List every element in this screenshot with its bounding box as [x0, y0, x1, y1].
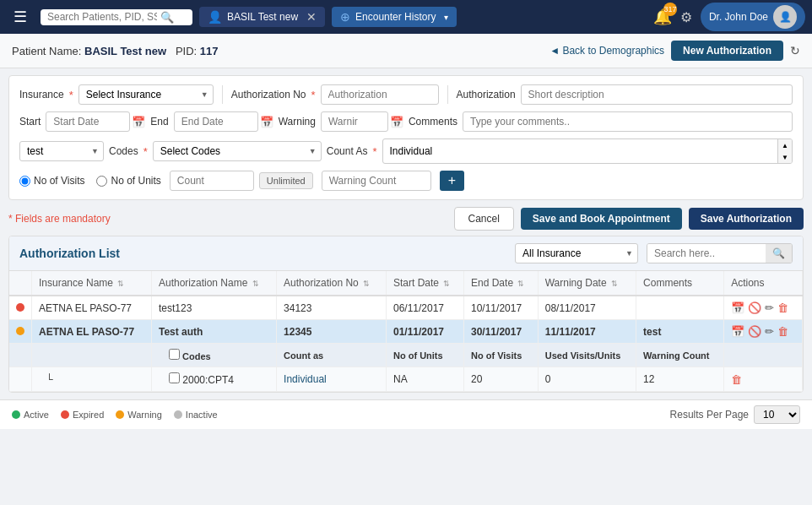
- row2-calendar-icon[interactable]: 📅: [731, 325, 744, 338]
- unlimited-label: Unlimited: [259, 172, 313, 189]
- start-calendar-icon[interactable]: 📅: [132, 116, 145, 128]
- cancel-button[interactable]: Cancel: [454, 207, 514, 231]
- add-code-button[interactable]: +: [440, 171, 464, 191]
- start-label: Start: [19, 116, 41, 128]
- auth-no-input[interactable]: [321, 84, 439, 105]
- auth-list-search-icon[interactable]: 🔍: [766, 244, 792, 263]
- col-end-date: End Date ⇅: [464, 271, 539, 296]
- end-label: End: [150, 116, 168, 128]
- sub-codes-checkbox[interactable]: [169, 349, 180, 360]
- results-per-page-select[interactable]: 10 25 50 100: [754, 405, 800, 424]
- row1-auth-no: 34123: [277, 296, 387, 320]
- row2-comments: test: [636, 320, 724, 344]
- start-date-input[interactable]: [46, 111, 130, 132]
- sub-row-checkbox[interactable]: [169, 372, 180, 383]
- auth-list-search-input[interactable]: [647, 244, 766, 263]
- save-authorization-button[interactable]: Save Authorization: [689, 208, 804, 230]
- hamburger-menu-button[interactable]: ☰: [7, 4, 34, 30]
- save-and-book-button[interactable]: Save and Book Appointment: [521, 208, 682, 230]
- notifications-badge: 317: [663, 3, 677, 16]
- sub-delete-icon[interactable]: 🗑: [731, 373, 742, 386]
- row2-delete-icon[interactable]: 🗑: [777, 325, 788, 338]
- warning-count-input[interactable]: [322, 171, 431, 191]
- avatar: 👤: [773, 5, 797, 29]
- tab-encounter-dropdown-icon[interactable]: ▾: [444, 13, 448, 22]
- comments-label: Comments: [409, 116, 457, 128]
- row1-delete-icon[interactable]: 🗑: [777, 301, 788, 314]
- legend-expired: Expired: [61, 410, 104, 420]
- sub-col-count-as: Count as: [277, 344, 387, 367]
- insurance-filter-select[interactable]: All Insurance AETNA EL PASO-77: [515, 243, 638, 263]
- sub-col-used: Used Visits/Units: [538, 344, 636, 367]
- sub-delete-cell: 🗑: [724, 367, 803, 392]
- patient-actions: ◄ Back to Demographics New Authorization…: [549, 41, 800, 61]
- codes-label: Codes: [109, 145, 138, 157]
- row1-warning: 08/11/2017: [538, 296, 636, 320]
- authorization-list-section: Authorization List All Insurance AETNA E…: [8, 236, 804, 393]
- legend-inactive-dot: [174, 410, 182, 419]
- row1-auth-name: test123: [151, 296, 276, 320]
- top-navigation: ☰ 🔍 👤 BASIL Test new ✕ ⊕ Encounter Histo…: [0, 0, 812, 34]
- no-of-units-radio[interactable]: No of Units: [96, 175, 160, 187]
- refresh-button[interactable]: ↻: [790, 44, 800, 57]
- status-dot-expired: [16, 303, 24, 312]
- sub-col-codes: Codes: [151, 344, 276, 367]
- count-input-wrap: Unlimited: [170, 171, 313, 191]
- row2-status: [9, 320, 32, 344]
- end-calendar-icon[interactable]: 📅: [260, 116, 273, 128]
- codes-select[interactable]: Select Codes: [153, 141, 322, 161]
- row2-ins-name: AETNA EL PASO-77: [32, 320, 152, 344]
- row1-block-icon[interactable]: 🚫: [748, 301, 761, 314]
- comments-input[interactable]: [463, 111, 793, 132]
- authorization-form: Insurance * Select Insurance Authorizati…: [8, 75, 804, 200]
- tab-patient[interactable]: 👤 BASIL Test new ✕: [199, 7, 325, 27]
- codes-select-wrap: Select Codes: [153, 141, 322, 161]
- tab-patient-label: BASIL Test new: [227, 11, 298, 23]
- row1-end: 10/11/2017: [464, 296, 539, 320]
- user-menu-button[interactable]: Dr. John Doe 👤: [701, 3, 805, 31]
- warning-date-input[interactable]: [321, 111, 388, 132]
- pid-label: PID:: [176, 45, 197, 57]
- new-authorization-button[interactable]: New Authorization: [671, 41, 783, 61]
- sub-count-as-value: Individual: [277, 367, 387, 392]
- auth-list-title: Authorization List: [19, 247, 506, 260]
- sub-col-no-visits: No of Visits: [464, 344, 539, 367]
- sub-codes-value: 2000:CPT4: [151, 367, 276, 392]
- row2-actions: 📅 🚫 ✏ 🗑: [724, 320, 803, 344]
- search-icon[interactable]: 🔍: [160, 11, 174, 24]
- authorization-table: Insurance Name ⇅ Authorization Name ⇅ Au…: [9, 271, 803, 392]
- start-date-wrap: 📅: [46, 111, 145, 132]
- search-input[interactable]: [47, 11, 157, 23]
- legend-warning: Warning: [116, 410, 162, 420]
- form-row-2: Start 📅 End 📅 Warning 📅 Comments: [19, 111, 793, 132]
- auth-desc-input[interactable]: [521, 84, 793, 105]
- count-as-input[interactable]: [383, 142, 778, 160]
- form-row-4: No of Visits No of Units Unlimited +: [19, 171, 793, 191]
- results-per-page-section: Results Per Page 10 25 50 100: [670, 405, 800, 424]
- warning-calendar-icon[interactable]: 📅: [390, 116, 403, 128]
- settings-button[interactable]: ⚙: [680, 9, 692, 25]
- col-auth-name: Authorization Name ⇅: [151, 271, 276, 296]
- end-date-input[interactable]: [174, 111, 258, 132]
- back-to-demographics-link[interactable]: ◄ Back to Demographics: [549, 45, 664, 57]
- legend-active: Active: [12, 410, 49, 420]
- row1-start: 06/11/2017: [386, 296, 463, 320]
- notifications-button[interactable]: 🔔 317: [653, 8, 672, 26]
- count-as-down-button[interactable]: ▼: [778, 151, 792, 163]
- row2-auth-no: 12345: [277, 320, 387, 344]
- no-of-visits-radio[interactable]: No of Visits: [19, 175, 84, 187]
- row1-edit-icon[interactable]: ✏: [765, 301, 774, 314]
- row2-block-icon[interactable]: 🚫: [748, 325, 761, 338]
- col-actions: Actions: [724, 271, 803, 296]
- code-type-select[interactable]: test: [19, 141, 104, 161]
- row1-comments: [636, 296, 724, 320]
- sub-used-value: 0: [538, 367, 636, 392]
- status-dot-warning: [16, 327, 24, 335]
- count-input[interactable]: [170, 171, 254, 191]
- insurance-select[interactable]: Select Insurance: [78, 84, 214, 105]
- count-as-up-button[interactable]: ▲: [778, 139, 792, 151]
- row2-edit-icon[interactable]: ✏: [765, 325, 774, 338]
- tab-patient-close-icon[interactable]: ✕: [306, 10, 317, 24]
- tab-encounter[interactable]: ⊕ Encounter History ▾: [332, 7, 457, 27]
- row1-calendar-icon[interactable]: 📅: [731, 301, 744, 314]
